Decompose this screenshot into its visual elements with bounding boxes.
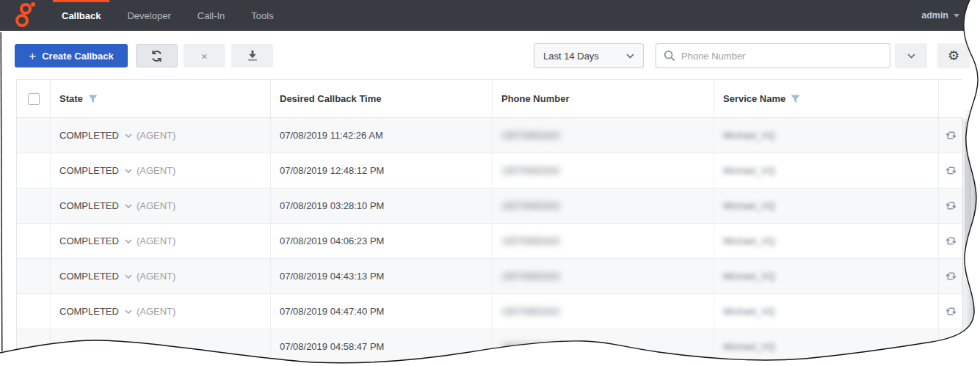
recreate-callback-icon[interactable] — [945, 200, 957, 212]
desired-callback-time-cell: 07/08/2019 11:42:26 AM — [271, 118, 493, 153]
phone-number-cell: 19079463343 — [493, 329, 714, 364]
state-qualifier: (AGENT) — [137, 165, 175, 176]
recreate-callback-icon[interactable] — [945, 129, 957, 142]
chevron-down-icon[interactable] — [125, 274, 132, 279]
service-name-value-redacted: Michael_VQ — [723, 306, 775, 317]
table-header-row: State Desired Callback Time Phone Number… — [17, 79, 962, 118]
date-range-select[interactable]: Last 14 Days — [534, 43, 644, 68]
state-value: COMPLETED — [59, 130, 119, 141]
service-name-value-redacted: Michael_VQ — [723, 200, 775, 211]
chevron-down-icon — [626, 54, 634, 59]
column-header-service-name[interactable]: Service Name — [714, 80, 939, 117]
row-checkbox-cell — [17, 118, 51, 153]
state-cell: COMPLETED (AGENT) — [51, 189, 271, 223]
callback-time-value: 07/08/2019 04:58:47 PM — [280, 341, 384, 352]
service-name-cell: Michael_VQ — [714, 329, 939, 364]
phone-number-value-redacted: 19079463343 — [501, 200, 560, 211]
chevron-down-icon — [907, 54, 915, 59]
row-checkbox-cell — [17, 153, 51, 188]
state-value: COMPLETED — [59, 271, 119, 282]
service-name-value-redacted: Michael_VQ — [723, 271, 775, 282]
phone-number-value-redacted: 19079463343 — [501, 130, 560, 141]
top-navbar: Callback Developer Call-In Tools admin — [0, 0, 980, 31]
phone-number-value-redacted: 19079463343 — [501, 306, 560, 317]
service-name-value-redacted: Michael_VQ — [723, 165, 775, 176]
export-button[interactable] — [231, 44, 273, 67]
plus-icon: + — [29, 50, 36, 62]
select-all-checkbox[interactable] — [28, 93, 40, 105]
search-input[interactable] — [681, 51, 882, 62]
actions-cell — [939, 294, 963, 329]
desired-callback-time-cell: 07/08/2019 03:28:10 PM — [271, 189, 493, 223]
callback-time-value: 07/08/2019 04:43:13 PM — [280, 271, 384, 282]
nav-tab-developer[interactable]: Developer — [114, 0, 184, 31]
create-callback-label: Create Callback — [42, 51, 114, 62]
refresh-icon — [150, 49, 164, 63]
table-row[interactable]: COMPLETED (AGENT) 07/08/2019 03:28:10 PM… — [17, 189, 962, 224]
actions-cell — [939, 153, 963, 188]
row-checkbox-cell — [17, 294, 51, 329]
state-cell: COMPLETED (AGENT) — [51, 294, 271, 329]
desired-callback-time-cell: 07/08/2019 04:06:23 PM — [271, 224, 493, 258]
user-menu-label: admin — [921, 10, 948, 21]
create-callback-button[interactable]: + Create Callback — [15, 44, 128, 67]
cancel-callback-button[interactable]: × — [184, 44, 225, 67]
table-row[interactable]: COMPLETED (AGENT) 07/08/2019 04:47:40 PM… — [17, 294, 962, 329]
main-nav: Callback Developer Call-In Tools — [48, 0, 287, 31]
callback-time-value: 07/08/2019 04:06:23 PM — [280, 235, 384, 246]
refresh-button[interactable] — [136, 44, 178, 67]
recreate-callback-icon[interactable] — [945, 340, 957, 353]
table-row[interactable]: COMPLETED (AGENT) 07/08/2019 04:43:13 PM… — [17, 259, 962, 294]
column-header-phone-number[interactable]: Phone Number — [493, 80, 714, 117]
chevron-down-icon[interactable] — [125, 310, 132, 314]
table-row[interactable]: 07/08/2019 04:58:47 PM 19079463343 Micha… — [17, 329, 962, 365]
table-row[interactable]: COMPLETED (AGENT) 07/08/2019 12:48:12 PM… — [17, 153, 962, 189]
recreate-callback-icon[interactable] — [945, 235, 957, 247]
table-row[interactable]: COMPLETED (AGENT) 07/08/2019 04:06:23 PM… — [17, 224, 962, 259]
recreate-callback-icon[interactable] — [945, 305, 957, 318]
desired-callback-time-cell: 07/08/2019 04:43:13 PM — [271, 259, 493, 293]
download-icon — [246, 49, 259, 62]
chevron-down-icon[interactable] — [125, 204, 132, 208]
phone-number-cell: 19079463343 — [493, 118, 714, 153]
recreate-callback-icon[interactable] — [945, 164, 957, 177]
state-qualifier: (AGENT) — [137, 235, 175, 246]
phone-number-cell: 19079463343 — [493, 153, 714, 188]
phone-number-search — [656, 43, 890, 68]
desired-callback-time-cell: 07/08/2019 12:48:12 PM — [271, 153, 493, 188]
service-name-cell: Michael_VQ — [714, 224, 939, 258]
scrollbar-thumb[interactable] — [965, 121, 971, 246]
row-checkbox-cell — [17, 224, 51, 258]
filter-icon[interactable] — [791, 95, 800, 103]
state-value: COMPLETED — [59, 165, 119, 176]
state-value: COMPLETED — [59, 200, 119, 211]
state-qualifier: (AGENT) — [137, 200, 175, 211]
callback-time-value: 07/08/2019 12:48:12 PM — [280, 165, 384, 176]
row-checkbox-cell — [17, 329, 51, 364]
recreate-callback-icon[interactable] — [945, 270, 957, 282]
nav-tab-callback[interactable]: Callback — [48, 0, 114, 31]
table-row[interactable]: COMPLETED (AGENT) 07/08/2019 11:42:26 AM… — [17, 118, 962, 153]
column-header-state[interactable]: State — [51, 80, 271, 117]
search-options-dropdown-button[interactable] — [895, 43, 927, 68]
user-menu[interactable]: admin — [921, 0, 959, 31]
state-cell: COMPLETED (AGENT) — [51, 153, 271, 188]
phone-number-cell: 19079463343 — [493, 189, 714, 223]
state-cell: COMPLETED (AGENT) — [51, 259, 271, 293]
chevron-down-icon[interactable] — [125, 169, 132, 173]
nav-tab-tools[interactable]: Tools — [238, 0, 286, 31]
vertical-scrollbar[interactable] — [962, 118, 972, 337]
row-checkbox-cell — [17, 189, 51, 223]
nav-tab-call-in[interactable]: Call-In — [184, 0, 239, 31]
header-checkbox-cell — [17, 80, 51, 117]
actions-cell — [939, 224, 963, 258]
service-name-value-redacted: Michael_VQ — [723, 341, 775, 352]
column-header-desired-callback-time[interactable]: Desired Callback Time — [271, 80, 493, 117]
phone-number-cell: 19079463343 — [493, 224, 714, 258]
chevron-down-icon[interactable] — [125, 239, 132, 244]
chevron-down-icon[interactable] — [125, 133, 132, 138]
filter-icon[interactable] — [88, 95, 98, 103]
settings-button[interactable]: ⚙ — [937, 43, 970, 68]
service-name-cell: Michael_VQ — [714, 259, 939, 293]
state-qualifier: (AGENT) — [137, 130, 175, 141]
